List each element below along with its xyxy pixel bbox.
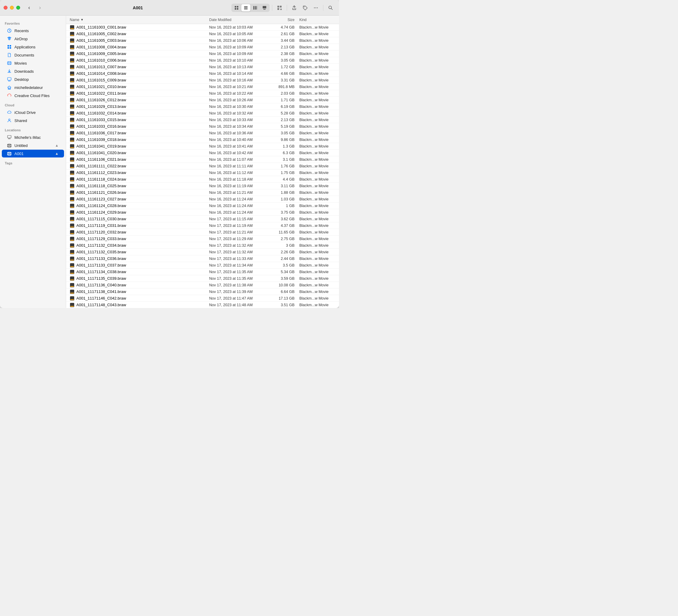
table-row[interactable]: A001_11171120_C032.braw Nov 17, 2023 at … <box>66 229 339 236</box>
table-row[interactable]: A001_11161010_C006.braw Nov 16, 2023 at … <box>66 57 339 64</box>
table-row[interactable]: A001_11161123_C027.braw Nov 16, 2023 at … <box>66 196 339 202</box>
eject-icon-a001[interactable]: ▲ <box>54 151 59 156</box>
table-row[interactable]: A001_11161005_C003.braw Nov 16, 2023 at … <box>66 37 339 44</box>
back-button[interactable]: ‹ <box>25 4 33 12</box>
kind-column-header[interactable]: Kind <box>299 18 335 22</box>
sidebar-item-icloud-drive[interactable]: iCloud Drive <box>2 109 64 116</box>
file-size: 6.3 GB <box>269 151 299 155</box>
table-row[interactable]: A001_11161033_C016.braw Nov 16, 2023 at … <box>66 123 339 130</box>
view-columns-button[interactable] <box>251 4 260 11</box>
table-row[interactable]: A001_11171138_C041.braw Nov 17, 2023 at … <box>66 288 339 295</box>
main-layout: Favorites Recents AirDrop Applications <box>0 15 339 308</box>
table-row[interactable]: A001_11161041_C020.braw Nov 16, 2023 at … <box>66 150 339 156</box>
table-row[interactable]: A001_11161112_C023.braw Nov 16, 2023 at … <box>66 169 339 176</box>
table-row[interactable]: A001_11161005_C002.braw Nov 16, 2023 at … <box>66 31 339 37</box>
sidebar-item-documents[interactable]: Documents <box>2 51 64 59</box>
table-row[interactable]: A001_11161121_C026.braw Nov 16, 2023 at … <box>66 189 339 196</box>
table-row[interactable]: A001_11161029_C013.braw Nov 16, 2023 at … <box>66 103 339 110</box>
table-row[interactable]: A001_11171133_C037.braw Nov 17, 2023 at … <box>66 262 339 269</box>
forward-button[interactable]: › <box>36 4 44 12</box>
action-button[interactable] <box>275 4 284 12</box>
modified-column-header[interactable]: Date Modified <box>209 18 269 22</box>
table-row[interactable]: A001_11171132_C034.braw Nov 17, 2023 at … <box>66 242 339 249</box>
maximize-button[interactable] <box>16 6 20 10</box>
table-row[interactable]: A001_11161111_C022.braw Nov 16, 2023 at … <box>66 163 339 169</box>
table-row[interactable]: A001_11161118_C024.braw Nov 16, 2023 at … <box>66 176 339 183</box>
view-list-button[interactable] <box>241 4 250 11</box>
table-row[interactable]: A001_11161015_C009.braw Nov 16, 2023 at … <box>66 77 339 83</box>
minimize-button[interactable] <box>10 6 14 10</box>
table-row[interactable]: A001_11161021_C010.braw Nov 16, 2023 at … <box>66 83 339 90</box>
sidebar-item-airdrop[interactable]: AirDrop <box>2 35 64 43</box>
table-row[interactable]: A001_11161003_C001.braw Nov 16, 2023 at … <box>66 24 339 31</box>
name-column-header[interactable]: Name ▼ <box>70 18 209 22</box>
table-row[interactable]: A001_11161039_C018.braw Nov 16, 2023 at … <box>66 137 339 143</box>
table-row[interactable]: A001_11171133_C036.braw Nov 17, 2023 at … <box>66 256 339 262</box>
size-column-header[interactable]: Size <box>269 18 299 22</box>
table-row[interactable]: A001_11161014_C008.braw Nov 16, 2023 at … <box>66 70 339 77</box>
file-modified: Nov 17, 2023 at 11:35 AM <box>209 270 269 274</box>
file-name-text: A001_11171136_C040.braw <box>76 283 126 287</box>
table-row[interactable]: A001_11171129_C033.braw Nov 17, 2023 at … <box>66 236 339 242</box>
sidebar-item-michelledelateur[interactable]: michelledelateur <box>2 83 64 91</box>
table-row[interactable]: A001_11171119_C031.braw Nov 17, 2023 at … <box>66 222 339 229</box>
file-icon <box>70 303 75 307</box>
sidebar-item-recents[interactable]: Recents <box>2 27 64 35</box>
table-row[interactable]: A001_11161041_C019.braw Nov 16, 2023 at … <box>66 143 339 150</box>
table-row[interactable]: A001_11171115_C030.braw Nov 17, 2023 at … <box>66 216 339 222</box>
sidebar-item-untitled[interactable]: Untitled ▲ <box>2 142 64 149</box>
svg-rect-24 <box>7 45 9 47</box>
table-row[interactable]: A001_11161124_C028.braw Nov 16, 2023 at … <box>66 202 339 209</box>
eject-icon[interactable]: ▲ <box>54 143 59 148</box>
table-row[interactable]: A001_11171134_C038.braw Nov 17, 2023 at … <box>66 269 339 275</box>
sidebar-item-a001[interactable]: A001 ▲ <box>2 150 64 157</box>
tag-button[interactable] <box>300 4 310 12</box>
table-row[interactable]: A001_11161118_C025.braw Nov 16, 2023 at … <box>66 183 339 189</box>
close-button[interactable] <box>4 6 7 10</box>
file-name-cell: A001_11161041_C019.braw <box>70 144 209 149</box>
table-row[interactable]: A001_11161124_C029.braw Nov 16, 2023 at … <box>66 209 339 216</box>
file-name-text: A001_11161005_C003.braw <box>76 38 126 43</box>
file-name-text: A001_11171119_C031.braw <box>76 223 126 228</box>
table-row[interactable]: A001_11171148_C043.braw Nov 17, 2023 at … <box>66 302 339 308</box>
table-row[interactable]: A001_11161033_C015.braw Nov 16, 2023 at … <box>66 117 339 123</box>
file-modified: Nov 16, 2023 at 10:32 AM <box>209 111 269 115</box>
sidebar-item-shared[interactable]: Shared <box>2 117 64 124</box>
file-list[interactable]: A001_11161003_C001.braw Nov 16, 2023 at … <box>66 24 339 308</box>
table-row[interactable]: A001_11161026_C012.braw Nov 16, 2023 at … <box>66 97 339 103</box>
file-icon <box>70 78 75 83</box>
file-modified: Nov 16, 2023 at 10:13 AM <box>209 65 269 69</box>
file-kind: Blackm...w Movie <box>299 270 335 274</box>
sidebar-item-michelles-imac[interactable]: Michelle's iMac <box>2 133 64 141</box>
sidebar-item-applications[interactable]: Applications <box>2 43 64 51</box>
table-row[interactable]: A001_11161008_C004.braw Nov 16, 2023 at … <box>66 44 339 50</box>
file-name-text: A001_11161121_C026.braw <box>76 190 126 195</box>
table-row[interactable]: A001_11171146_C042.braw Nov 17, 2023 at … <box>66 295 339 302</box>
search-button[interactable] <box>326 4 335 12</box>
sidebar-item-movies[interactable]: Movies <box>2 59 64 67</box>
file-name-cell: A001_11161022_C011.braw <box>70 91 209 96</box>
table-row[interactable]: A001_11161036_C017.braw Nov 16, 2023 at … <box>66 130 339 137</box>
table-row[interactable]: A001_11171135_C039.braw Nov 17, 2023 at … <box>66 275 339 282</box>
file-kind: Blackm...w Movie <box>299 283 335 287</box>
view-icons-button[interactable] <box>232 4 241 11</box>
sidebar-item-downloads[interactable]: Downloads <box>2 67 64 75</box>
file-size: 11.65 GB <box>269 230 299 234</box>
share-button[interactable] <box>290 4 299 12</box>
file-kind: Blackm...w Movie <box>299 72 335 76</box>
finder-window: ‹ › A001 <box>0 0 339 308</box>
table-row[interactable]: A001_11161032_C014.braw Nov 16, 2023 at … <box>66 110 339 117</box>
table-row[interactable]: A001_11161106_C021.braw Nov 16, 2023 at … <box>66 156 339 163</box>
view-gallery-button[interactable] <box>260 4 269 11</box>
more-button[interactable] <box>311 4 321 12</box>
sidebar-item-creative-cloud[interactable]: Creative Cloud Files <box>2 92 64 100</box>
table-row[interactable]: A001_11161009_C005.braw Nov 16, 2023 at … <box>66 50 339 57</box>
table-row[interactable]: A001_11161013_C007.braw Nov 16, 2023 at … <box>66 64 339 70</box>
table-row[interactable]: A001_11171132_C035.braw Nov 17, 2023 at … <box>66 249 339 256</box>
sidebar-item-desktop[interactable]: Desktop <box>2 75 64 83</box>
table-row[interactable]: A001_11161022_C011.braw Nov 16, 2023 at … <box>66 90 339 97</box>
file-kind: Blackm...w Movie <box>299 118 335 122</box>
file-name-cell: A001_11161036_C017.braw <box>70 131 209 136</box>
drive-icon <box>7 143 12 148</box>
table-row[interactable]: A001_11171136_C040.braw Nov 17, 2023 at … <box>66 282 339 288</box>
